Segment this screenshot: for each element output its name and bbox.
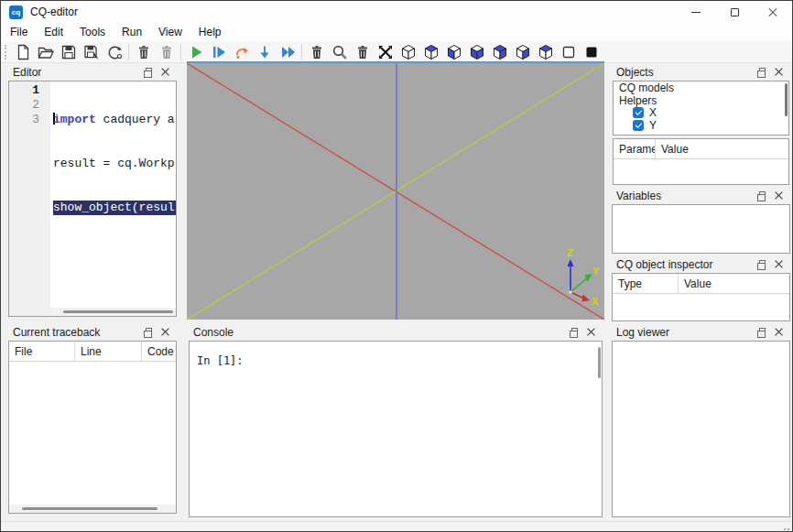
objects-float-button[interactable] <box>755 65 771 80</box>
maximize-button[interactable] <box>715 1 754 23</box>
tree-scrollbar[interactable] <box>785 83 788 116</box>
close-icon <box>587 328 596 337</box>
menu-view[interactable]: View <box>150 24 190 40</box>
column-header-type[interactable]: Type <box>613 274 679 293</box>
view-top-button[interactable] <box>419 42 442 62</box>
menu-help[interactable]: Help <box>190 24 230 40</box>
delete-all-button[interactable] <box>155 42 178 62</box>
shaded-button[interactable] <box>580 42 603 62</box>
tree-item-x[interactable]: X <box>614 107 788 119</box>
save-as-button[interactable] <box>80 42 103 62</box>
step-into-button[interactable] <box>253 42 276 62</box>
column-header-value[interactable]: Value <box>656 139 788 158</box>
resize-grip[interactable] <box>788 528 789 530</box>
menu-edit[interactable]: Edit <box>36 24 71 40</box>
console-close-button[interactable] <box>583 325 599 340</box>
scrollbar-handle[interactable] <box>22 507 158 510</box>
scrollbar-handle[interactable] <box>63 310 173 313</box>
open-file-button[interactable] <box>34 42 57 62</box>
view-bottom-button[interactable] <box>442 42 465 62</box>
inspector-float-button[interactable] <box>755 257 771 272</box>
autoreload-icon <box>105 43 124 61</box>
editor-panel-titlebar[interactable]: Editor <box>6 63 179 81</box>
view-iso-button[interactable] <box>396 42 419 62</box>
debug-button[interactable] <box>207 42 230 62</box>
view-front-icon <box>468 43 486 61</box>
view-right-button[interactable] <box>534 42 557 62</box>
toolbar <box>1 41 792 63</box>
log-float-button[interactable] <box>755 325 771 340</box>
menu-run[interactable]: Run <box>114 24 150 40</box>
tree-item-label: X <box>649 106 657 119</box>
console-body[interactable]: In [1]: <box>189 341 603 517</box>
variables-close-button[interactable] <box>771 189 787 203</box>
code-editor-area[interactable]: import cadquery a result = cq.Workp show… <box>50 81 176 316</box>
table-header-row: Type Value <box>613 274 789 294</box>
log-viewer-panel-titlebar[interactable]: Log viewer <box>610 323 792 341</box>
3d-viewport[interactable]: Z Y X <box>187 63 604 320</box>
close-icon <box>767 6 778 17</box>
close-button[interactable] <box>754 1 792 23</box>
log-close-button[interactable] <box>771 325 787 340</box>
view-left-button[interactable] <box>511 42 534 62</box>
new-file-button[interactable] <box>11 42 34 62</box>
console-float-button[interactable] <box>568 325 583 340</box>
wireframe-button[interactable] <box>557 42 580 62</box>
clear-button[interactable] <box>351 42 374 62</box>
continue-button[interactable] <box>276 42 299 62</box>
column-header-line[interactable]: Line <box>75 342 142 361</box>
line-number: 1 <box>9 83 39 98</box>
view-back-button[interactable] <box>488 42 511 62</box>
editor-close-button[interactable] <box>158 65 173 80</box>
menu-tools[interactable]: Tools <box>71 24 114 40</box>
toolbar-handle[interactable] <box>5 45 7 60</box>
checkbox[interactable] <box>633 120 644 131</box>
view-top-icon <box>422 43 440 61</box>
variables-panel-titlebar[interactable]: Variables <box>610 187 792 204</box>
variables-float-button[interactable] <box>755 189 771 203</box>
close-icon <box>161 68 170 77</box>
menu-file[interactable]: File <box>2 24 36 40</box>
variables-body <box>612 204 790 254</box>
log-viewer-panel: Log viewer <box>610 323 792 519</box>
inspector-close-button[interactable] <box>771 257 787 272</box>
inspector-panel-titlebar[interactable]: CQ object inspector <box>610 255 792 273</box>
tree-item-helpers[interactable]: Helpers <box>614 94 788 106</box>
zoom-to-fit-icon <box>331 43 349 61</box>
tree-item-y[interactable]: Y <box>614 119 788 131</box>
traceback-horizontal-scrollbar[interactable] <box>9 505 176 513</box>
column-header-file[interactable]: File <box>9 342 75 361</box>
save-button[interactable] <box>57 42 80 62</box>
traceback-float-button[interactable] <box>142 325 158 340</box>
step-button[interactable] <box>230 42 253 62</box>
delete-button[interactable] <box>132 42 155 62</box>
view-front-button[interactable] <box>465 42 488 62</box>
view-right-icon <box>537 43 555 61</box>
column-header-value[interactable]: Value <box>679 274 789 293</box>
objects-panel-titlebar[interactable]: Objects <box>610 63 792 81</box>
editor-horizontal-scrollbar[interactable] <box>50 308 176 316</box>
console-panel-titlebar[interactable]: Console <box>187 323 604 341</box>
close-icon <box>161 328 170 337</box>
zoom-to-fit-button[interactable] <box>328 42 351 62</box>
minimize-button[interactable] <box>677 1 715 23</box>
autoreload-button[interactable] <box>103 42 125 62</box>
checkbox[interactable] <box>633 107 644 118</box>
traceback-panel-titlebar[interactable]: Current traceback <box>6 323 179 341</box>
column-header-code[interactable]: Code <box>142 342 176 361</box>
traceback-close-button[interactable] <box>158 325 173 340</box>
tree-item-cq-models[interactable]: CQ models <box>614 82 788 94</box>
delete-icon <box>135 43 153 61</box>
toolbar-separator <box>128 44 129 60</box>
title-bar[interactable]: cq CQ-editor <box>1 1 792 23</box>
stop-button[interactable] <box>305 42 328 62</box>
debug-icon <box>210 43 228 61</box>
editor-float-button[interactable] <box>142 65 158 80</box>
console-vertical-scrollbar[interactable] <box>598 347 601 378</box>
column-header-parameter[interactable]: Parameter <box>614 139 656 158</box>
close-icon <box>775 191 784 201</box>
fit-view-button[interactable] <box>374 42 396 62</box>
objects-close-button[interactable] <box>771 65 787 80</box>
render-button[interactable] <box>184 42 207 62</box>
viewport-axes: Z Y X <box>187 63 604 320</box>
